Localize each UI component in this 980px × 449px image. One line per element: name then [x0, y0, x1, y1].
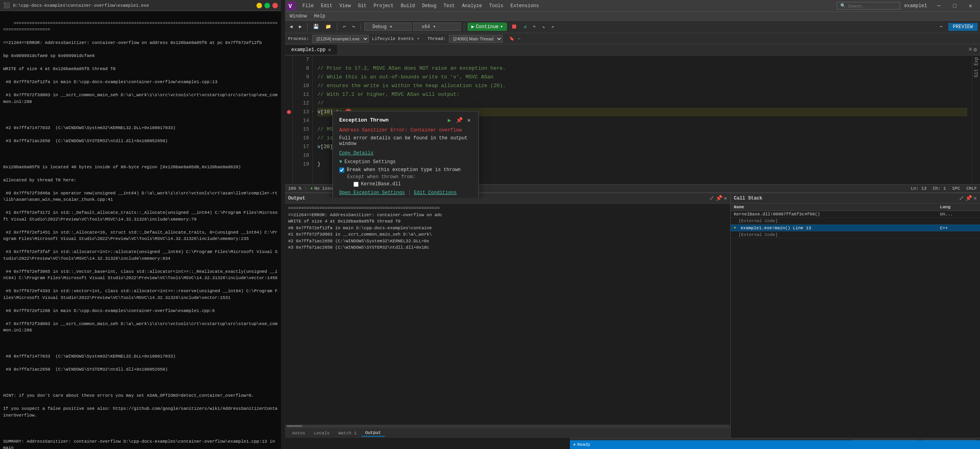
toolbar-forward-btn[interactable]: ▶: [296, 23, 304, 30]
code-v: v: [317, 108, 321, 116]
restart-btn[interactable]: ↺: [521, 23, 529, 30]
git-changes-icon[interactable]: Git: [974, 69, 979, 78]
menu-search-box[interactable]: 🔍: [837, 2, 900, 10]
output-pin-btn[interactable]: 📌: [716, 195, 722, 202]
cs-kernel-name: KernelBase.dll!00007ffa6f3c4f69(): [731, 211, 937, 218]
build-config[interactable]: Debug ▾: [364, 23, 412, 31]
bookmark-icon: 🔖: [509, 36, 515, 41]
solution-explorer-icon[interactable]: ≡: [969, 46, 972, 53]
kernel-base-setting: KernelBase.dll: [353, 181, 472, 187]
menu-debug[interactable]: Debug: [419, 2, 439, 10]
output-line-2: ==21264==ERROR: AddressSanitizer: contai…: [288, 212, 727, 219]
kernel-base-checkbox[interactable]: [353, 182, 359, 187]
edit-conditions-link[interactable]: Edit Conditions: [414, 190, 457, 196]
menu-git[interactable]: Git: [355, 2, 370, 10]
editor-tab-example1[interactable]: example1.cpp ✕: [285, 45, 338, 55]
tab-watch1[interactable]: Watch 1: [334, 430, 361, 436]
cs-row-external1[interactable]: [External Code]: [731, 218, 980, 224]
exception-settings-toggle[interactable]: ▼ Exception Settings: [339, 159, 472, 165]
menu-extensions[interactable]: Extensions: [507, 2, 542, 10]
output-scrollbar[interactable]: [285, 424, 730, 428]
toolbar-redo-btn[interactable]: ↪: [350, 23, 357, 30]
cs-external1-lang: [937, 218, 980, 224]
window-minimize-btn[interactable]: ─: [931, 0, 947, 12]
cs-row-main[interactable]: ➤ example1.exe!main() Line 13 C++: [731, 224, 980, 232]
copy-details-link[interactable]: Copy Details: [339, 150, 472, 156]
step-out-btn[interactable]: ↗: [549, 23, 556, 30]
toolbar-sep2: [337, 23, 337, 31]
toolbar-sep1: [307, 23, 308, 31]
preview-btn[interactable]: PREVIEW: [948, 23, 978, 31]
thread-select[interactable]: [24060] Main Thread: [449, 35, 503, 43]
terminal-minimize-btn[interactable]: ─: [256, 3, 262, 8]
menu-test[interactable]: Test: [441, 2, 458, 10]
process-select[interactable]: [21264] example1.exe: [312, 35, 369, 43]
search-input[interactable]: [847, 4, 896, 8]
ide-panel: V File Edit View Git Project Build Debug…: [285, 0, 980, 449]
exception-type: Address Sanitizer Error: Container overf…: [339, 127, 472, 133]
callstack-maximize-btn[interactable]: ⤢: [959, 195, 964, 202]
terminal-close-btn[interactable]: ×: [272, 3, 278, 8]
tab-locals[interactable]: Locals: [310, 430, 334, 436]
code-line-10: // ensures the write is within the heap …: [317, 82, 967, 90]
callstack-pin-btn[interactable]: 📌: [965, 195, 972, 202]
status-sep1: |: [304, 186, 307, 191]
output-close-btn[interactable]: ✕: [724, 195, 727, 202]
menu-analyze[interactable]: Analyze: [459, 2, 485, 10]
build-platform[interactable]: x64 ▾: [413, 23, 461, 31]
menu-file[interactable]: File: [299, 2, 317, 10]
debug-arrow: ➤: [313, 108, 313, 116]
output-content: ========================================…: [285, 204, 730, 424]
toolbar-sep4: [464, 23, 464, 31]
callstack-table: Name Lang KernelBase.dll!00007ffa6f3c4f6…: [731, 204, 980, 238]
output-line-5: #1 0x7ff672f3d003 in __scrt_common_main_…: [288, 231, 727, 238]
cs-header-name: Name: [731, 204, 937, 211]
menu-window[interactable]: Window: [287, 12, 310, 20]
terminal-maximize-btn[interactable]: □: [264, 3, 270, 8]
tab-close-btn[interactable]: ✕: [328, 46, 331, 53]
toolbar-more-btn[interactable]: ⋯: [937, 23, 945, 30]
stop-btn[interactable]: ⏹: [509, 22, 520, 31]
tab-output[interactable]: Output: [361, 430, 385, 437]
exception-controls: ▶ 📌 ✕: [446, 116, 472, 124]
zoom-level: 100 %: [288, 186, 301, 191]
lifecycle-btn[interactable]: Lifecycle Events: [372, 36, 414, 41]
output-scrollthumb[interactable]: [287, 425, 302, 427]
tab-autos[interactable]: Autos: [288, 430, 309, 436]
menu-help[interactable]: Help: [311, 12, 329, 20]
step-over-btn[interactable]: ↷: [530, 23, 538, 30]
code-brace19: }: [317, 160, 321, 169]
toolbar-open-btn[interactable]: 📁: [323, 23, 334, 30]
exception-run-btn[interactable]: ▶: [446, 116, 452, 124]
exception-settings-header: Exception Settings: [344, 159, 396, 165]
menu-edit[interactable]: Edit: [318, 2, 336, 10]
editor-settings-icon[interactable]: ⚙: [974, 46, 977, 53]
step-into-btn[interactable]: ↘: [539, 23, 547, 30]
toolbar-save-btn[interactable]: 💾: [311, 23, 321, 30]
break-when-checkbox[interactable]: [339, 167, 344, 173]
menu-project[interactable]: Project: [370, 2, 397, 10]
debug-more-icon: ⋯: [518, 36, 520, 41]
window-maximize-btn[interactable]: □: [947, 0, 963, 12]
output-maximize-btn[interactable]: ⤢: [709, 195, 714, 202]
window-close-btn[interactable]: ✕: [963, 0, 978, 12]
open-exception-settings-link[interactable]: Open Exception Settings: [339, 190, 405, 196]
exception-pin-btn[interactable]: 📌: [454, 116, 464, 124]
cs-row-kernel[interactable]: KernelBase.dll!00007ffa6f3c4f69() Un...: [731, 211, 980, 218]
callstack-header: Call Stack ⤢ 📌 ✕: [731, 193, 980, 204]
cs-row-external2[interactable]: [External Code]: [731, 232, 980, 238]
menu-view[interactable]: View: [336, 2, 354, 10]
comment-12: //: [317, 99, 324, 108]
continue-btn[interactable]: ▶ Continue ▾: [467, 23, 507, 31]
terminal-titlebar: ⬛ D:\cpp-docs-examples\container-overflo…: [0, 0, 281, 11]
cs-external2-name: [External Code]: [731, 232, 937, 238]
toolbar-back-btn[interactable]: ◀: [287, 23, 295, 30]
callstack-close-btn[interactable]: ✕: [974, 195, 977, 202]
cs-arrow: ➤: [734, 226, 737, 230]
toolbar-undo-btn[interactable]: ↩: [340, 23, 348, 30]
menu-build[interactable]: Build: [397, 2, 418, 10]
solution-explorer-side-icon[interactable]: Exp: [974, 57, 979, 66]
menu-tools[interactable]: Tools: [486, 2, 507, 10]
exception-close-btn[interactable]: ✕: [466, 116, 472, 124]
terminal-panel: ⬛ D:\cpp-docs-examples\container-overflo…: [0, 0, 281, 449]
